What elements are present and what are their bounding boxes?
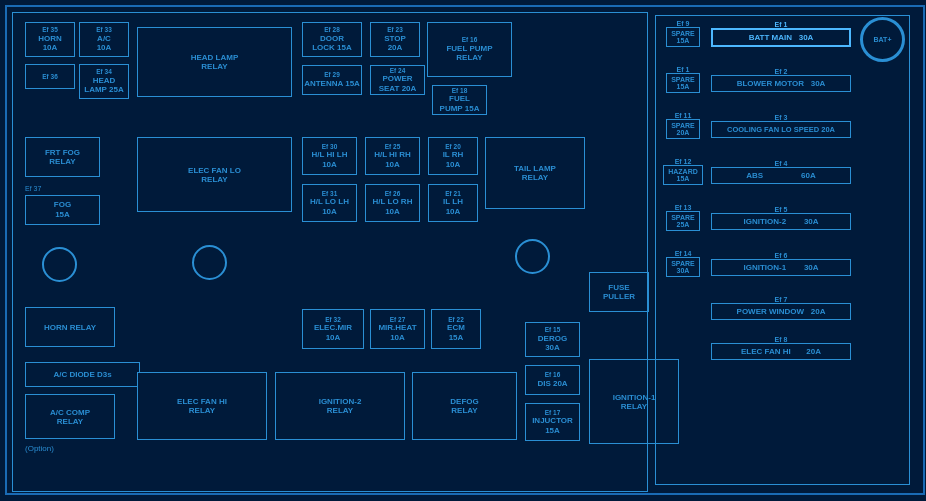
fuse-ef17: Ef 17 INJUCTOR 15A [525, 403, 580, 441]
row-ef6: Ef 14 SPARE30A Ef 6 IGNITION-1 30A [658, 250, 851, 277]
right-panel: Ef 9 SPARE15A Ef 1 BATT MAIN 30A Ef 1 SP… [655, 15, 910, 485]
fuse-ef27: Ef 27 MIR.HEAT 10A [370, 309, 425, 349]
fuse-ef28: Ef 28 DOOR LOCK 15A [302, 22, 362, 57]
fuse-spare-11: SPARE20A [666, 119, 700, 139]
row-ef8: Ef 8 ELEC FAN HI 20A [658, 336, 851, 360]
relay-elec-fan-lo: ELEC FAN LO RELAY [137, 137, 292, 212]
circle-btn-left[interactable] [42, 247, 77, 282]
fuse-ef25: Ef 25 H/L HI RH 10A [365, 137, 420, 175]
label-ef37: Ef 37 [25, 185, 41, 192]
relay-defog: DEFOG RELAY [412, 372, 517, 440]
fuse-ef31: Ef 31 H/L LO LH 10A [302, 184, 357, 222]
row-ef1: Ef 9 SPARE15A Ef 1 BATT MAIN 30A [658, 20, 851, 47]
row-ef7: Ef 7 POWER WINDOW 20A [658, 296, 851, 320]
fuse-ef21: Ef 21 IL LH 10A [428, 184, 478, 222]
fuse-spare-9: SPARE15A [666, 27, 700, 47]
fuse-ef18: Ef 18 FUEL PUMP 15A [432, 85, 487, 115]
fuse-spare-13: SPARE25A [666, 211, 700, 231]
relay-elec-fan-hi-bottom: ELEC FAN HI RELAY [137, 372, 267, 440]
relay-ignition2: IGNITION-2 RELAY [275, 372, 405, 440]
relay-head-lamp: HEAD LAMP RELAY [137, 27, 292, 97]
fuse-fog15: FOG 15A [25, 195, 100, 225]
fuse-ef30: Ef 30 H/L HI LH 10A [302, 137, 357, 175]
fuse-ef23: Ef 23 STOP 20A [370, 22, 420, 57]
fuse-cooling-fan: COOLING FAN LO SPEED 20A [711, 121, 851, 138]
fuse-ef24: Ef 24 POWER SEAT 20A [370, 65, 425, 95]
fuse-ef36: Ef 36 [25, 64, 75, 89]
fuse-batt-main: BATT MAIN 30A [711, 28, 851, 47]
fuse-ef35: Ef 35 HORN 10A [25, 22, 75, 57]
fuse-ef33: Ef 33 A/C 10A [79, 22, 129, 57]
relay-tail-lamp: TAIL LAMP RELAY [485, 137, 585, 209]
row-ef2: Ef 1 SPARE15A Ef 2 BLOWER MOTOR 30A [658, 66, 851, 93]
fuse-ef22: Ef 22 ECM 15A [431, 309, 481, 349]
fuse-ef20: Ef 20 IL RH 10A [428, 137, 478, 175]
fuse-abs: ABS 60A [711, 167, 851, 184]
relay-horn: HORN RELAY [25, 307, 115, 347]
fuse-ef16-fuel: Ef 16 FUEL PUMP RELAY [427, 22, 512, 77]
fuse-spare-ef1: SPARE15A [666, 73, 700, 93]
circle-btn-tail[interactable] [515, 239, 550, 274]
row-ef4: Ef 12 HAZARD15A Ef 4 ABS 60A [658, 158, 851, 185]
relay-ac-diode: A/C DIODE D3s [25, 362, 140, 387]
row-ef5: Ef 13 SPARE25A Ef 5 IGNITION-2 30A [658, 204, 851, 231]
label-option: (Option) [25, 444, 54, 453]
fuse-ef34: Ef 34 HEAD LAMP 25A [79, 64, 129, 99]
fuse-hazard: HAZARD15A [663, 165, 703, 185]
circle-btn-middle[interactable] [192, 245, 227, 280]
fuse-ignition1: IGNITION-1 30A [711, 259, 851, 276]
fuse-ignition2: IGNITION-2 30A [711, 213, 851, 230]
relay-ac-comp: A/C COMP RELAY [25, 394, 115, 439]
fuse-ef26: Ef 26 H/L LO RH 10A [365, 184, 420, 222]
fuse-spare-14: SPARE30A [666, 257, 700, 277]
fuse-elec-fan-hi: ELEC FAN HI 20A [711, 343, 851, 360]
fuse-ef32: Ef 32 ELEC.MIR 10A [302, 309, 364, 349]
fuse-blower-motor: BLOWER MOTOR 30A [711, 75, 851, 92]
fuse-power-window: POWER WINDOW 20A [711, 303, 851, 320]
row-ef3: Ef 11 SPARE20A Ef 3 COOLING FAN LO SPEED… [658, 112, 851, 139]
fuse-ef16-dis: Ef 16 DIS 20A [525, 365, 580, 395]
fuse-ef29: Ef 29 ANTENNA 15A [302, 65, 362, 95]
relay-fuse-puller: FUSE PULLER [589, 272, 649, 312]
relay-frt-fog: FRT FOG RELAY [25, 137, 100, 177]
fuse-diagram: BAT+ Ef 35 HORN 10A Ef 33 A/C 10A HEAD L… [5, 5, 925, 495]
fuse-ef15: Ef 15 DEROG 30A [525, 322, 580, 357]
